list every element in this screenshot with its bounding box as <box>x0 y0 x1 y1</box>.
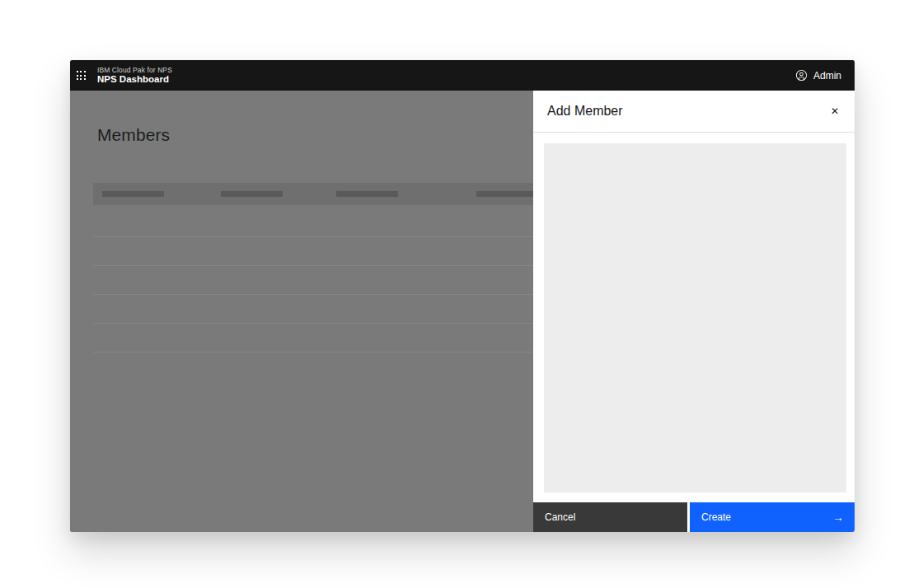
user-menu-button[interactable]: Admin <box>787 60 855 91</box>
header-product-name: IBM Cloud Pak for NPS <box>97 66 172 74</box>
user-name-label: Admin <box>813 70 841 82</box>
create-button[interactable]: Create → <box>690 502 855 532</box>
panel-footer: Cancel Create → <box>533 502 855 532</box>
panel-header: Add Member ✕ <box>533 91 855 133</box>
close-button[interactable]: ✕ <box>825 101 845 121</box>
skeleton-header-bar <box>102 191 164 197</box>
user-avatar-icon <box>795 69 808 82</box>
grid-switcher-icon <box>77 71 86 80</box>
create-button-label: Create <box>701 511 731 523</box>
arrow-right-icon: → <box>832 511 844 523</box>
page-title: Members <box>97 125 170 145</box>
skeleton-header-bar <box>336 191 398 197</box>
cancel-button[interactable]: Cancel <box>533 502 687 532</box>
panel-title: Add Member <box>547 104 623 119</box>
skeleton-header-bar <box>221 191 283 197</box>
close-icon: ✕ <box>831 106 839 116</box>
header-app-name: NPS Dashboard <box>97 74 172 85</box>
app-header: IBM Cloud Pak for NPS NPS Dashboard Admi… <box>70 60 855 91</box>
header-titles: IBM Cloud Pak for NPS NPS Dashboard <box>97 66 172 85</box>
app-window: IBM Cloud Pak for NPS NPS Dashboard Admi… <box>70 60 855 532</box>
form-placeholder <box>544 143 846 492</box>
skeleton-header-bar <box>476 191 538 197</box>
add-member-panel: Add Member ✕ Cancel Create → <box>533 91 855 532</box>
app-switcher-button[interactable] <box>70 60 91 91</box>
panel-body <box>533 133 855 502</box>
